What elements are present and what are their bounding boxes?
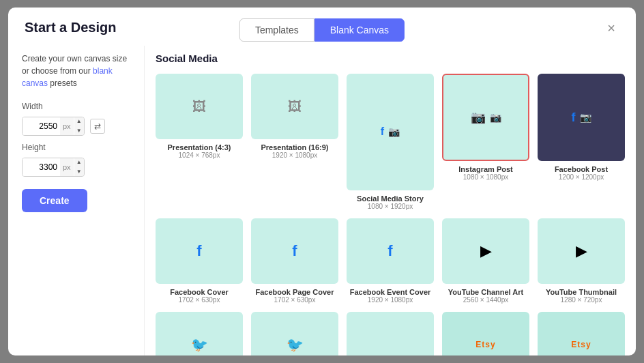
template-card-yt-thumb[interactable]: ▶ YouTube Thumbnail 1280 × 720px (538, 218, 625, 304)
template-card-twitter-header[interactable]: 🐦 Twitter Header 1500 × 500px (251, 312, 338, 355)
template-card-pinterest[interactable]: P Pinterest Pin 1000 × 1500px (347, 312, 434, 355)
height-label: Height (22, 143, 130, 152)
camera-icon-4: 📷 (490, 112, 501, 123)
template-thumb-3: f 📷 (347, 74, 434, 190)
facebook-icon-6: f (196, 242, 201, 260)
template-card-presentation-43[interactable]: 🖼 Presentation (4:3) 1024 × 768px (156, 74, 243, 210)
template-thumb-8: f (347, 218, 434, 284)
template-thumb-6: f (156, 218, 243, 284)
template-size-6: 1702 × 630px (179, 296, 220, 304)
twitter-icon-11: 🐦 (191, 336, 208, 353)
template-card-instagram[interactable]: 📷 📷 Instagram Post 1080 × 1080px (442, 74, 529, 210)
left-panel: Create your own canvas size or choose fr… (8, 46, 145, 355)
height-spinners: ▲ ▼ (74, 158, 84, 177)
twitter-icon-12: 🐦 (287, 336, 304, 353)
template-size-9: 2560 × 1440px (463, 296, 508, 304)
instagram-icons: 📷 📷 (471, 110, 501, 125)
modal-header: Start a Design Templates Blank Canvas × (8, 8, 636, 36)
facebook-icon-5: f (572, 111, 576, 125)
template-card-fb-page-cover[interactable]: f Facebook Page Cover 1702 × 630px (251, 218, 338, 304)
height-input-wrap: px ▲ ▼ (22, 158, 85, 177)
template-name-3: Social Media Story (357, 194, 424, 203)
template-card-twitter-post[interactable]: 🐦 Twitter Post 1200 × 675px (156, 312, 243, 355)
facebook-icon-8: f (387, 242, 392, 260)
etsy-icon-14: Etsy (475, 340, 495, 349)
fb-ig-icons: f 📷 (572, 111, 591, 125)
etsy-icon-15: Etsy (571, 340, 591, 349)
image-icon-2: 🖼 (288, 99, 302, 115)
height-down[interactable]: ▼ (74, 167, 84, 177)
template-card-etsy-mini[interactable]: Etsy Etsy Mini Banner 3360 × 448px (538, 312, 625, 355)
dimension-section: Width px ▲ ▼ ⇄ Height (22, 102, 130, 212)
template-name-6: Facebook Cover (170, 288, 229, 296)
height-up[interactable]: ▲ (74, 158, 84, 167)
tab-group: Templates Blank Canvas (239, 18, 405, 42)
height-unit: px (60, 158, 74, 176)
template-thumb-12: 🐦 (251, 312, 338, 355)
template-size-1: 1024 × 768px (179, 151, 220, 159)
template-thumb-9: ▶ (442, 218, 529, 284)
width-input-wrap: px ▲ ▼ (22, 117, 85, 136)
image-icon-1: 🖼 (192, 99, 206, 115)
template-name-9: YouTube Channel Art (448, 288, 523, 296)
create-button[interactable]: Create (22, 189, 87, 212)
template-card-fb-event[interactable]: f Facebook Event Cover 1920 × 1080px (347, 218, 434, 304)
template-name-10: YouTube Thumbnail (546, 288, 617, 296)
template-size-3: 1080 × 1920px (368, 203, 413, 210)
template-thumb-10: ▶ (538, 218, 625, 284)
width-down[interactable]: ▼ (74, 126, 84, 136)
right-panel: Social Media 🖼 Presentation (4:3) 1024 ×… (145, 46, 636, 355)
template-name-4: Instagram Post (458, 165, 512, 173)
template-thumb-14: Etsy (442, 312, 529, 355)
template-card-yt-channel[interactable]: ▶ YouTube Channel Art 2560 × 1440px (442, 218, 529, 304)
width-unit: px (60, 117, 74, 135)
template-card-presentation-169[interactable]: 🖼 Presentation (16:9) 1920 × 1080px (251, 74, 338, 210)
template-thumb-5: f 📷 (538, 74, 625, 161)
templates-grid: 🖼 Presentation (4:3) 1024 × 768px 🖼 Pres… (156, 74, 625, 355)
template-name-2: Presentation (16:9) (261, 143, 328, 151)
modal-title: Start a Design (25, 20, 116, 35)
height-input[interactable] (23, 158, 60, 176)
template-card-story[interactable]: f 📷 Social Media Story 1080 × 1920px (347, 74, 434, 210)
facebook-icon-7: f (292, 242, 297, 260)
template-size-7: 1702 × 630px (274, 296, 316, 304)
template-thumb-11: 🐦 (156, 312, 243, 355)
blank-canvas-link[interactable]: blank canvas (22, 66, 113, 88)
width-spinners: ▲ ▼ (74, 117, 84, 136)
youtube-icon-10: ▶ (576, 242, 587, 260)
template-size-10: 1280 × 720px (561, 296, 602, 304)
instagram-icon-3: 📷 (388, 126, 400, 137)
left-panel-description: Create your own canvas size or choose fr… (22, 53, 130, 89)
width-label: Width (22, 102, 130, 111)
instagram-icon-5: 📷 (580, 112, 591, 123)
template-card-facebook-post[interactable]: f 📷 Facebook Post 1200 × 1200px (538, 74, 625, 210)
section-title: Social Media (156, 53, 625, 64)
template-size-4: 1080 × 1080px (463, 173, 508, 181)
template-size-5: 1200 × 1200px (559, 173, 604, 181)
template-name-8: Facebook Event Cover (350, 288, 431, 296)
template-card-etsy-big[interactable]: Etsy Etsy Big Banner 3360 × 840px (442, 312, 529, 355)
template-thumb-7: f (251, 218, 338, 284)
swap-dimensions-button[interactable]: ⇄ (90, 119, 105, 134)
facebook-icon-3: f (381, 126, 384, 138)
tab-templates[interactable]: Templates (239, 18, 314, 42)
template-size-2: 1920 × 1080px (272, 151, 317, 159)
template-name-1: Presentation (4:3) (168, 143, 231, 151)
template-card-fb-cover[interactable]: f Facebook Cover 1702 × 630px (156, 218, 243, 304)
modal-body: Create your own canvas size or choose fr… (8, 46, 636, 355)
start-design-modal: Start a Design Templates Blank Canvas × … (8, 8, 636, 355)
youtube-icon-9: ▶ (480, 242, 492, 260)
instagram-icon-4: 📷 (471, 110, 486, 125)
close-button[interactable]: × (603, 20, 619, 36)
template-size-8: 1920 × 1080px (368, 296, 413, 304)
width-input[interactable] (23, 117, 60, 135)
width-row: px ▲ ▼ ⇄ (22, 117, 130, 136)
story-icons: f 📷 (381, 126, 400, 138)
template-name-5: Facebook Post (555, 165, 608, 173)
tab-blank-canvas[interactable]: Blank Canvas (314, 18, 405, 42)
template-thumb-4: 📷 📷 (442, 74, 529, 161)
template-thumb-2: 🖼 (251, 74, 338, 139)
template-thumb-13: P (347, 312, 434, 355)
height-row: px ▲ ▼ (22, 158, 130, 177)
width-up[interactable]: ▲ (74, 117, 84, 126)
